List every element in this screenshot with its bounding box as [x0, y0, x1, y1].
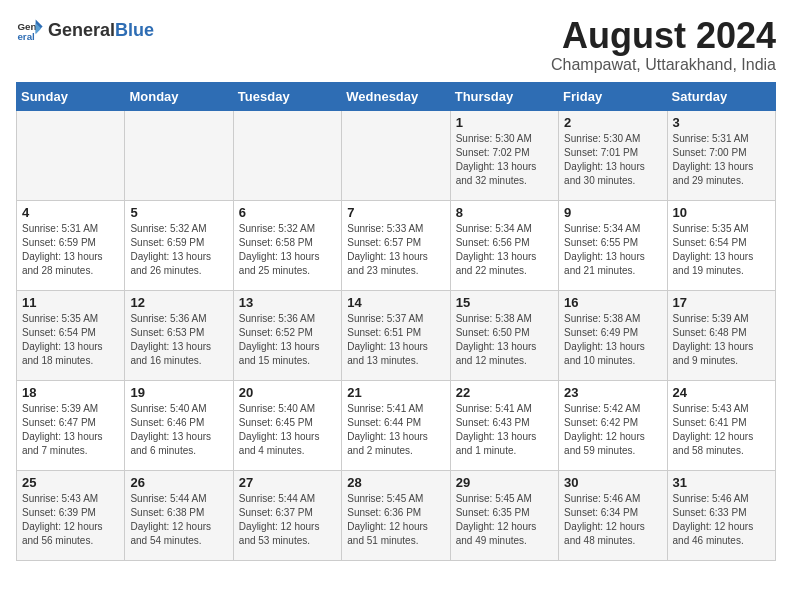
day-info: Sunrise: 5:45 AM Sunset: 6:36 PM Dayligh…	[347, 492, 444, 548]
calendar-cell: 6Sunrise: 5:32 AM Sunset: 6:58 PM Daylig…	[233, 200, 341, 290]
header-saturday: Saturday	[667, 82, 775, 110]
day-info: Sunrise: 5:42 AM Sunset: 6:42 PM Dayligh…	[564, 402, 661, 458]
day-info: Sunrise: 5:34 AM Sunset: 6:55 PM Dayligh…	[564, 222, 661, 278]
day-number: 23	[564, 385, 661, 400]
calendar-cell: 25Sunrise: 5:43 AM Sunset: 6:39 PM Dayli…	[17, 470, 125, 560]
calendar-cell	[17, 110, 125, 200]
day-info: Sunrise: 5:38 AM Sunset: 6:49 PM Dayligh…	[564, 312, 661, 368]
day-info: Sunrise: 5:35 AM Sunset: 6:54 PM Dayligh…	[22, 312, 119, 368]
day-info: Sunrise: 5:43 AM Sunset: 6:41 PM Dayligh…	[673, 402, 770, 458]
calendar-cell: 30Sunrise: 5:46 AM Sunset: 6:34 PM Dayli…	[559, 470, 667, 560]
day-number: 28	[347, 475, 444, 490]
day-number: 29	[456, 475, 553, 490]
day-info: Sunrise: 5:40 AM Sunset: 6:46 PM Dayligh…	[130, 402, 227, 458]
day-number: 6	[239, 205, 336, 220]
calendar-cell: 10Sunrise: 5:35 AM Sunset: 6:54 PM Dayli…	[667, 200, 775, 290]
calendar-cell: 2Sunrise: 5:30 AM Sunset: 7:01 PM Daylig…	[559, 110, 667, 200]
calendar-cell: 28Sunrise: 5:45 AM Sunset: 6:36 PM Dayli…	[342, 470, 450, 560]
day-info: Sunrise: 5:39 AM Sunset: 6:47 PM Dayligh…	[22, 402, 119, 458]
calendar-cell: 1Sunrise: 5:30 AM Sunset: 7:02 PM Daylig…	[450, 110, 558, 200]
calendar-cell: 19Sunrise: 5:40 AM Sunset: 6:46 PM Dayli…	[125, 380, 233, 470]
header: Gen eral GeneralBlue August 2024 Champaw…	[16, 16, 776, 74]
week-row-1: 1Sunrise: 5:30 AM Sunset: 7:02 PM Daylig…	[17, 110, 776, 200]
day-info: Sunrise: 5:34 AM Sunset: 6:56 PM Dayligh…	[456, 222, 553, 278]
day-header-row: SundayMondayTuesdayWednesdayThursdayFrid…	[17, 82, 776, 110]
day-number: 14	[347, 295, 444, 310]
day-number: 21	[347, 385, 444, 400]
day-number: 18	[22, 385, 119, 400]
calendar-cell: 7Sunrise: 5:33 AM Sunset: 6:57 PM Daylig…	[342, 200, 450, 290]
calendar-cell: 29Sunrise: 5:45 AM Sunset: 6:35 PM Dayli…	[450, 470, 558, 560]
day-number: 1	[456, 115, 553, 130]
day-number: 16	[564, 295, 661, 310]
calendar-cell: 4Sunrise: 5:31 AM Sunset: 6:59 PM Daylig…	[17, 200, 125, 290]
day-number: 3	[673, 115, 770, 130]
day-info: Sunrise: 5:33 AM Sunset: 6:57 PM Dayligh…	[347, 222, 444, 278]
calendar-cell: 18Sunrise: 5:39 AM Sunset: 6:47 PM Dayli…	[17, 380, 125, 470]
calendar-cell: 13Sunrise: 5:36 AM Sunset: 6:52 PM Dayli…	[233, 290, 341, 380]
header-monday: Monday	[125, 82, 233, 110]
header-friday: Friday	[559, 82, 667, 110]
calendar-cell: 17Sunrise: 5:39 AM Sunset: 6:48 PM Dayli…	[667, 290, 775, 380]
day-number: 12	[130, 295, 227, 310]
day-info: Sunrise: 5:38 AM Sunset: 6:50 PM Dayligh…	[456, 312, 553, 368]
day-info: Sunrise: 5:35 AM Sunset: 6:54 PM Dayligh…	[673, 222, 770, 278]
week-row-5: 25Sunrise: 5:43 AM Sunset: 6:39 PM Dayli…	[17, 470, 776, 560]
logo-icon: Gen eral	[16, 16, 44, 44]
subtitle: Champawat, Uttarakhand, India	[551, 56, 776, 74]
day-info: Sunrise: 5:30 AM Sunset: 7:01 PM Dayligh…	[564, 132, 661, 188]
day-number: 25	[22, 475, 119, 490]
header-wednesday: Wednesday	[342, 82, 450, 110]
day-info: Sunrise: 5:40 AM Sunset: 6:45 PM Dayligh…	[239, 402, 336, 458]
calendar-cell: 23Sunrise: 5:42 AM Sunset: 6:42 PM Dayli…	[559, 380, 667, 470]
day-info: Sunrise: 5:37 AM Sunset: 6:51 PM Dayligh…	[347, 312, 444, 368]
calendar-cell	[125, 110, 233, 200]
day-number: 9	[564, 205, 661, 220]
day-info: Sunrise: 5:41 AM Sunset: 6:43 PM Dayligh…	[456, 402, 553, 458]
day-info: Sunrise: 5:44 AM Sunset: 6:38 PM Dayligh…	[130, 492, 227, 548]
week-row-3: 11Sunrise: 5:35 AM Sunset: 6:54 PM Dayli…	[17, 290, 776, 380]
day-info: Sunrise: 5:45 AM Sunset: 6:35 PM Dayligh…	[456, 492, 553, 548]
calendar-cell: 11Sunrise: 5:35 AM Sunset: 6:54 PM Dayli…	[17, 290, 125, 380]
week-row-2: 4Sunrise: 5:31 AM Sunset: 6:59 PM Daylig…	[17, 200, 776, 290]
day-info: Sunrise: 5:30 AM Sunset: 7:02 PM Dayligh…	[456, 132, 553, 188]
calendar-cell: 20Sunrise: 5:40 AM Sunset: 6:45 PM Dayli…	[233, 380, 341, 470]
calendar-cell: 12Sunrise: 5:36 AM Sunset: 6:53 PM Dayli…	[125, 290, 233, 380]
day-number: 27	[239, 475, 336, 490]
calendar-cell: 3Sunrise: 5:31 AM Sunset: 7:00 PM Daylig…	[667, 110, 775, 200]
calendar-cell: 26Sunrise: 5:44 AM Sunset: 6:38 PM Dayli…	[125, 470, 233, 560]
calendar-cell: 24Sunrise: 5:43 AM Sunset: 6:41 PM Dayli…	[667, 380, 775, 470]
day-number: 5	[130, 205, 227, 220]
day-info: Sunrise: 5:36 AM Sunset: 6:52 PM Dayligh…	[239, 312, 336, 368]
day-info: Sunrise: 5:46 AM Sunset: 6:33 PM Dayligh…	[673, 492, 770, 548]
calendar-table: SundayMondayTuesdayWednesdayThursdayFrid…	[16, 82, 776, 561]
day-number: 4	[22, 205, 119, 220]
day-info: Sunrise: 5:41 AM Sunset: 6:44 PM Dayligh…	[347, 402, 444, 458]
day-info: Sunrise: 5:36 AM Sunset: 6:53 PM Dayligh…	[130, 312, 227, 368]
day-number: 20	[239, 385, 336, 400]
day-info: Sunrise: 5:44 AM Sunset: 6:37 PM Dayligh…	[239, 492, 336, 548]
day-number: 22	[456, 385, 553, 400]
title-area: August 2024 Champawat, Uttarakhand, Indi…	[551, 16, 776, 74]
day-number: 15	[456, 295, 553, 310]
day-number: 19	[130, 385, 227, 400]
calendar-cell: 16Sunrise: 5:38 AM Sunset: 6:49 PM Dayli…	[559, 290, 667, 380]
main-title: August 2024	[551, 16, 776, 56]
logo-text: GeneralBlue	[48, 20, 154, 41]
header-tuesday: Tuesday	[233, 82, 341, 110]
day-number: 7	[347, 205, 444, 220]
day-info: Sunrise: 5:32 AM Sunset: 6:58 PM Dayligh…	[239, 222, 336, 278]
week-row-4: 18Sunrise: 5:39 AM Sunset: 6:47 PM Dayli…	[17, 380, 776, 470]
calendar-cell: 31Sunrise: 5:46 AM Sunset: 6:33 PM Dayli…	[667, 470, 775, 560]
calendar-cell: 9Sunrise: 5:34 AM Sunset: 6:55 PM Daylig…	[559, 200, 667, 290]
day-info: Sunrise: 5:43 AM Sunset: 6:39 PM Dayligh…	[22, 492, 119, 548]
day-number: 10	[673, 205, 770, 220]
header-sunday: Sunday	[17, 82, 125, 110]
day-number: 11	[22, 295, 119, 310]
day-number: 13	[239, 295, 336, 310]
day-info: Sunrise: 5:39 AM Sunset: 6:48 PM Dayligh…	[673, 312, 770, 368]
header-thursday: Thursday	[450, 82, 558, 110]
calendar-cell	[342, 110, 450, 200]
day-number: 24	[673, 385, 770, 400]
day-number: 31	[673, 475, 770, 490]
